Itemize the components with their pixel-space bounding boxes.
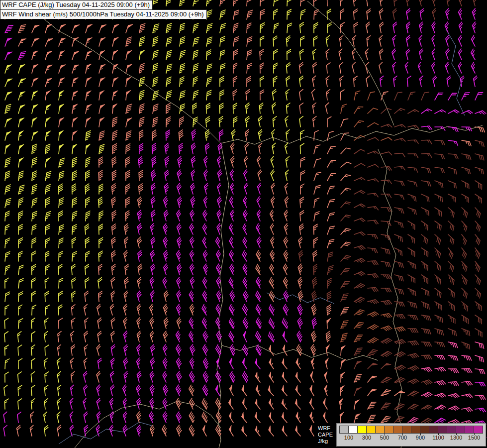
wind-barbs-3 [299, 0, 485, 423]
legend-tick-label: 700 [398, 435, 407, 441]
legend-swatch [366, 426, 376, 434]
legend: WRF CAPE J/kg 10030050070090011001300150… [315, 423, 486, 447]
legend-swatch [375, 426, 385, 434]
legend-tick-label: 1100 [432, 435, 444, 441]
legend-swatch [465, 426, 474, 434]
wind-barb-flags-2 [6, 38, 285, 391]
legend-swatch [438, 426, 447, 434]
legend-model-label: WRF [318, 425, 333, 432]
wind-barbs-4 [341, 91, 405, 343]
legend-swatch [429, 426, 438, 434]
legend-swatch [348, 426, 358, 434]
legend-swatch [339, 426, 349, 434]
legend-swatch [393, 426, 402, 434]
title-cape: WRF CAPE (J/kg) Tuesday 04-11-2025 09:00… [0, 0, 153, 10]
legend-tick-label: 900 [416, 435, 425, 441]
wind-barbs-0 [4, 0, 331, 436]
legend-swatch [447, 426, 456, 434]
map-river-line [446, 29, 465, 115]
map-border-line [217, 143, 229, 448]
wind-barbs-5 [394, 342, 486, 436]
legend-variable-label: CAPE [318, 432, 333, 438]
legend-swatch [384, 426, 393, 434]
legend-tick-label: 300 [362, 435, 371, 441]
wind-barbs-2 [3, 8, 486, 438]
title-wind-shear: WRF Wind shear (m/s) 500/1000hPa Tuesday… [0, 9, 207, 19]
legend-swatch [411, 426, 420, 434]
legend-color-scale: 100300500700900110013001500 [336, 423, 486, 447]
legend-tick-label: 1500 [468, 435, 480, 441]
weather-map: WRF CAPE (J/kg) Tuesday 04-11-2025 09:00… [0, 0, 487, 448]
legend-units-label: J/kg [318, 438, 333, 445]
legend-swatch [474, 426, 483, 434]
header: WRF CAPE (J/kg) Tuesday 04-11-2025 09:00… [0, 0, 207, 19]
map-border-line [44, 19, 221, 143]
legend-tick-row: 100300500700900110013001500 [339, 434, 483, 441]
legend-tick-label: 1300 [450, 435, 462, 441]
legend-tick-label: 500 [380, 435, 389, 441]
legend-swatch [456, 426, 465, 434]
wind-barb-field [0, 0, 487, 448]
legend-swatch-row [339, 426, 483, 434]
legend-swatch [402, 426, 411, 434]
legend-variable-block: WRF CAPE J/kg [315, 423, 336, 447]
legend-swatch [420, 426, 429, 434]
legend-swatch [357, 426, 367, 434]
legend-tick-label: 100 [344, 435, 353, 441]
